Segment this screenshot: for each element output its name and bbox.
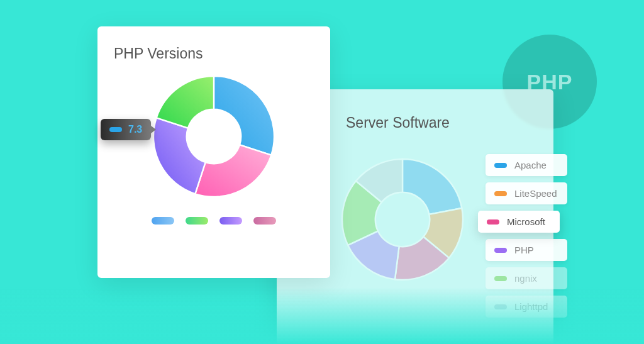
legend-item-label: Apache — [514, 160, 547, 170]
legend-swatch — [253, 217, 276, 225]
server-legend-stack: ApacheLiteSpeedMicrosoftPHPngnixLighttpd — [486, 154, 567, 318]
legend-item-label: Lighttpd — [514, 301, 548, 312]
tooltip-color-chip — [109, 127, 122, 132]
legend-item-microsoft[interactable]: Microsoft — [478, 211, 560, 233]
legend-swatch — [219, 217, 242, 225]
legend-color-chip — [487, 219, 499, 225]
php-tooltip: 7.3 — [101, 119, 151, 140]
legend-item-label: PHP — [514, 245, 534, 255]
tooltip-value: 7.3 — [128, 124, 142, 135]
legend-item-ngnix[interactable]: ngnix — [486, 267, 567, 289]
legend-color-chip — [494, 248, 507, 253]
server-card-title: Server Software — [346, 114, 535, 131]
legend-item-litespeed[interactable]: LiteSpeed — [486, 182, 567, 204]
legend-swatch — [186, 217, 208, 225]
legend-color-chip — [494, 304, 507, 309]
legend-swatch — [152, 217, 174, 225]
php-donut-chart: 7.3 — [151, 74, 277, 199]
legend-color-chip — [494, 191, 507, 196]
php-legend-row — [114, 217, 314, 225]
legend-item-label: Microsoft — [507, 216, 545, 227]
legend-item-lighttpd[interactable]: Lighttpd — [486, 296, 567, 318]
php-versions-card: PHP Versions 7.3 — [97, 26, 330, 278]
legend-color-chip — [494, 276, 507, 281]
legend-item-apache[interactable]: Apache — [486, 154, 567, 176]
server-donut-chart — [340, 157, 465, 282]
legend-item-label: LiteSpeed — [514, 188, 557, 199]
legend-item-php[interactable]: PHP — [486, 239, 567, 261]
legend-color-chip — [494, 163, 507, 168]
legend-item-label: ngnix — [514, 273, 537, 284]
php-card-title: PHP Versions — [114, 45, 314, 62]
